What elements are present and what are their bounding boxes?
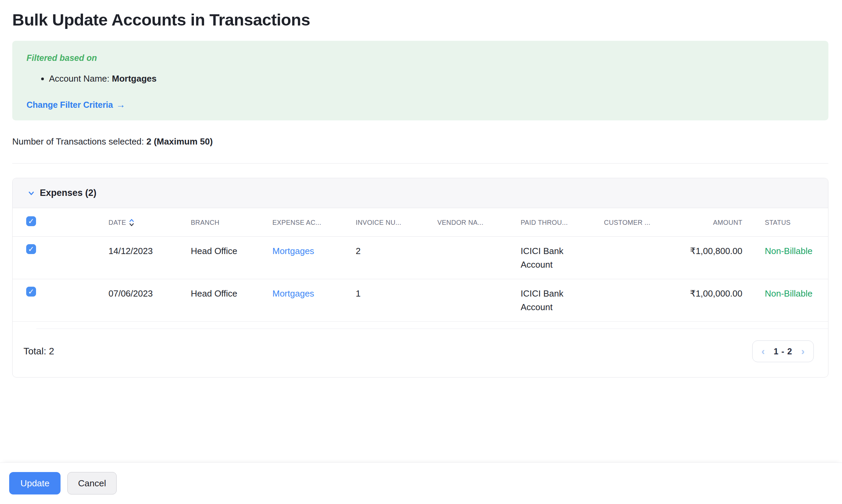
- expense-account-link[interactable]: Mortgages: [272, 288, 314, 299]
- expenses-section-title: Expenses (2): [40, 188, 97, 198]
- change-filter-criteria-label: Change Filter Criteria: [27, 99, 113, 110]
- arrow-right-icon: →: [116, 99, 125, 110]
- cancel-button[interactable]: Cancel: [67, 472, 117, 494]
- update-button[interactable]: Update: [9, 472, 61, 494]
- filter-criteria-item: Account Name: Mortgages: [49, 72, 814, 85]
- sort-icon: [129, 218, 134, 227]
- row-checkbox[interactable]: [26, 287, 36, 297]
- cell-date: 07/06/2023: [108, 279, 191, 322]
- cell-paid-through: ICICI Bank Account: [521, 279, 604, 322]
- selection-summary-value: 2 (Maximum 50): [147, 136, 213, 147]
- expenses-table: DATE BRANCH EXPENSE AC... INVOICE NU... …: [13, 208, 828, 322]
- action-bar: Update Cancel: [0, 463, 842, 504]
- table-row: 14/12/2023 Head Office Mortgages 2 ICICI…: [13, 237, 828, 279]
- pagination-range: 1 - 2: [774, 347, 792, 356]
- cell-branch: Head Office: [191, 237, 272, 279]
- bulk-update-page: Bulk Update Accounts in Transactions Fil…: [12, 8, 828, 377]
- cell-customer-name: [604, 279, 688, 322]
- column-header-expense-account: EXPENSE AC...: [272, 208, 356, 237]
- cell-invoice-number: 1: [356, 279, 437, 322]
- cell-status: Non-Billable: [753, 237, 828, 279]
- pagination-prev-icon[interactable]: ‹: [761, 346, 765, 356]
- cell-paid-through: ICICI Bank Account: [521, 237, 604, 279]
- filter-item-value: Mortgages: [112, 73, 156, 84]
- column-header-date[interactable]: DATE: [108, 208, 191, 237]
- filter-item-label: Account Name:: [49, 73, 112, 84]
- table-header-row: DATE BRANCH EXPENSE AC... INVOICE NU... …: [13, 208, 828, 237]
- cell-date: 14/12/2023: [108, 237, 191, 279]
- cell-amount: ₹1,00,800.00: [688, 237, 753, 279]
- change-filter-criteria-link[interactable]: Change Filter Criteria →: [27, 99, 125, 110]
- column-header-paid-through: PAID THROU...: [521, 208, 604, 237]
- column-header-status: STATUS: [753, 208, 828, 237]
- collapse-chevron-icon[interactable]: [28, 189, 35, 197]
- selection-summary: Number of Transactions selected: 2 (Maxi…: [12, 135, 828, 148]
- page-title: Bulk Update Accounts in Transactions: [12, 8, 828, 31]
- cell-customer-name: [604, 237, 688, 279]
- column-header-date-label: DATE: [108, 219, 126, 226]
- pagination: ‹ 1 - 2 ›: [752, 340, 814, 362]
- cell-vendor-name: [437, 237, 521, 279]
- select-all-checkbox[interactable]: [26, 216, 36, 226]
- filter-heading: Filtered based on: [27, 52, 814, 63]
- row-checkbox[interactable]: [26, 244, 36, 254]
- cell-vendor-name: [437, 279, 521, 322]
- expenses-card: Expenses (2) DATE BRANCH EXPENSE AC...: [12, 178, 828, 377]
- cell-amount: ₹1,00,000.00: [688, 279, 753, 322]
- filter-summary-box: Filtered based on Account Name: Mortgage…: [12, 41, 828, 120]
- pagination-next-icon[interactable]: ›: [801, 346, 805, 356]
- section-divider: [12, 163, 828, 164]
- expenses-card-footer: Total: 2 ‹ 1 - 2 ›: [13, 329, 828, 377]
- column-header-customer: CUSTOMER ...: [604, 208, 688, 237]
- column-header-amount: AMOUNT: [688, 208, 753, 237]
- table-row: 07/06/2023 Head Office Mortgages 1 ICICI…: [13, 279, 828, 322]
- cell-branch: Head Office: [191, 279, 272, 322]
- change-link-row: Change Filter Criteria →: [27, 99, 814, 110]
- filter-criteria-list: Account Name: Mortgages: [27, 72, 814, 85]
- cell-invoice-number: 2: [356, 237, 437, 279]
- expense-account-link[interactable]: Mortgages: [272, 246, 314, 256]
- total-count: Total: 2: [23, 346, 54, 357]
- expenses-section-header[interactable]: Expenses (2): [13, 178, 828, 208]
- cell-status: Non-Billable: [753, 279, 828, 322]
- column-header-branch: BRANCH: [191, 208, 272, 237]
- column-header-vendor-name: VENDOR NA...: [437, 208, 521, 237]
- selection-summary-label: Number of Transactions selected:: [12, 136, 147, 147]
- column-header-invoice-number: INVOICE NU...: [356, 208, 437, 237]
